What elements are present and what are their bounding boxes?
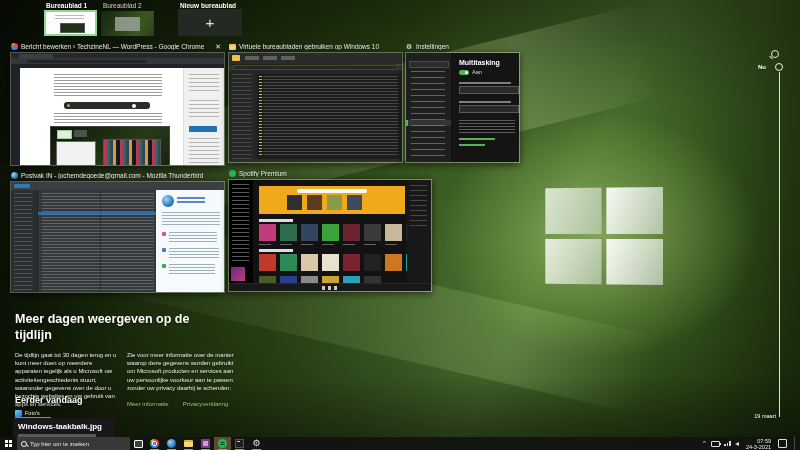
activity-app-name: Foto's [25,410,40,416]
windows-start-icon [5,440,12,447]
onenote-taskbar-icon [201,439,210,448]
spotify-window-titlebar: Spotify Premium [228,168,432,179]
new-desktop-label: Nieuw bureaublad [180,2,236,9]
chrome-window-titlebar: Bericht bewerken ‹ TechzineNL — WordPres… [10,41,225,52]
settings-page-title: Multitasking [459,59,519,66]
explorer-taskbar-icon [184,440,193,447]
settings-window-title: Instellingen [416,43,519,50]
task-view-icon [134,440,143,448]
gear-icon: ⚙ [406,43,413,50]
toggle-on-icon [459,70,469,75]
privacy-link[interactable]: Privacyverklaring [183,400,229,408]
start-button[interactable] [0,437,17,450]
settings-window-thumbnail[interactable]: Multitasking Aan [405,52,520,163]
desktop-1-label[interactable]: Bureaublad 1 [46,2,87,9]
search-box[interactable]: Typ hier om te zoeken [17,437,130,450]
taskbar-chrome[interactable] [146,437,163,450]
settings-gear-icon: ⚙ [252,439,260,448]
taskbar: Typ hier om te zoeken ⚙ ⌃ 07:59 24-3-202… [0,437,800,450]
task-view-screen: Bureaublad 1 Bureaublad 2 Nieuw bureaubl… [0,0,800,450]
taskbar-spotify[interactable] [214,437,231,450]
window-card-spotify[interactable]: Spotify Premium [228,168,432,292]
activity-card-header: Foto's [13,408,115,418]
search-magnifier-icon [21,441,27,447]
activity-filename: Windows-taakbalk.jpg [18,422,110,431]
scrubber-now-label: Nu [758,64,766,70]
search-placeholder: Typ hier om te zoeken [30,441,89,447]
desktop-2-label[interactable]: Bureaublad 2 [103,2,142,9]
chrome-window-title: Bericht bewerken ‹ TechzineNL — WordPres… [21,43,209,50]
scrubber-handle[interactable] [775,63,783,71]
new-desktop-button[interactable]: + [178,9,242,36]
thunderbird-window-thumbnail[interactable] [10,181,225,293]
thunderbird-icon [11,172,18,179]
earlier-today-heading: Eerder vandaag [15,395,83,405]
show-desktop-button[interactable] [794,437,798,450]
spotify-window-title: Spotify Premium [239,170,431,177]
window-card-explorer[interactable]: Virtuele bureaubladen gebruiken op Windo… [228,41,403,163]
plus-icon: + [206,14,215,31]
window-card-settings[interactable]: ⚙ Instellingen Multitasking Aan [405,41,520,163]
explorer-file-list-preview [229,70,402,159]
folder-icon [229,44,236,50]
spotify-taskbar-icon [218,439,227,448]
window-card-chrome[interactable]: Bericht bewerken ‹ TechzineNL — WordPres… [10,41,225,166]
settings-window-titlebar: ⚙ Instellingen [405,41,520,52]
promo-right-column: Zie voor meer informatie over de manier … [127,351,239,408]
taskbar-onenote[interactable] [197,437,214,450]
promo-right-paragraph: Zie voor meer informatie over de manier … [127,352,234,390]
clock[interactable]: 07:59 24-3-2021 [743,438,774,450]
explorer-window-title: Virtuele bureaubladen gebruiken op Windo… [239,43,402,50]
scrubber-track[interactable] [779,72,781,417]
desktop-1-thumbnail[interactable] [44,10,97,36]
tray-chevron-icon[interactable]: ⌃ [702,440,708,447]
chrome-taskbar-icon [150,439,159,448]
chrome-page-preview [11,68,224,165]
volume-icon[interactable] [735,442,739,446]
desktop-1-preview [47,13,94,33]
scrubber-end-label: 19 maart [748,413,776,419]
task-view-button[interactable] [130,437,146,450]
desktop-2-preview [115,17,140,31]
search-icon[interactable] [771,50,779,58]
earlier-today-section: Eerder vandaag Foto's Windows-taakbalk.j… [15,395,83,405]
taskbar-explorer[interactable] [180,437,197,450]
spotify-preview [229,180,431,283]
thunderbird-preview [11,190,224,292]
window-card-thunderbird[interactable]: Postvak IN - jochemdegoede@gmail.com - M… [10,170,225,293]
close-icon[interactable]: ✕ [212,43,224,51]
battery-icon[interactable] [711,441,720,447]
clock-date: 24-3-2021 [746,444,771,450]
terminal-taskbar-icon [235,439,244,448]
taskbar-thunderbird[interactable] [163,437,180,450]
network-icon[interactable] [724,441,731,446]
thunderbird-window-titlebar: Postvak IN - jochemdegoede@gmail.com - M… [10,170,225,181]
settings-preview: Multitasking Aan [406,53,519,162]
chrome-icon [11,43,18,50]
thunderbird-logo-icon [162,195,174,207]
action-center-icon[interactable] [778,439,787,448]
more-info-link[interactable]: Meer informatie [127,400,169,408]
thunderbird-window-title: Postvak IN - jochemdegoede@gmail.com - M… [21,172,224,179]
chrome-window-thumbnail[interactable] [10,52,225,166]
desktop-2-thumbnail[interactable] [101,11,154,36]
photos-app-icon [15,410,22,417]
spotify-window-thumbnail[interactable] [228,179,432,292]
spotify-icon [229,170,236,177]
taskbar-terminal[interactable] [231,437,248,450]
explorer-window-thumbnail[interactable] [228,52,403,163]
promo-heading: Meer dagen weergeven op de tijdlijn [15,312,200,343]
thunderbird-taskbar-icon [167,439,176,448]
taskbar-settings[interactable]: ⚙ [248,437,265,450]
explorer-window-titlebar: Virtuele bureaubladen gebruiken op Windo… [228,41,403,52]
toggle-state-label: Aan [472,69,482,75]
explorer-ribbon [229,53,402,64]
system-tray: ⌃ 07:59 24-3-2021 [702,437,800,450]
